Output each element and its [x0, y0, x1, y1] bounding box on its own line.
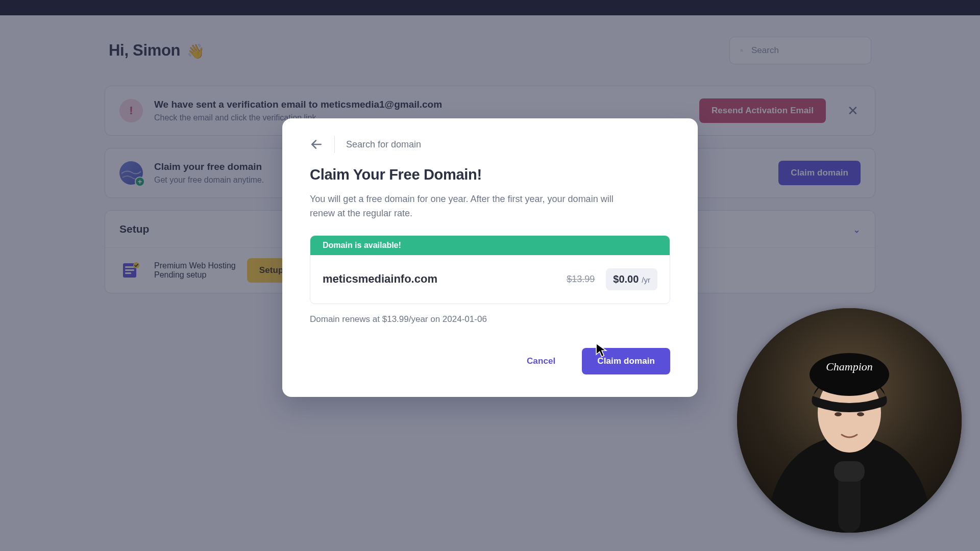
domain-result-card: Domain is available! meticsmediainfo.com… [310, 235, 670, 304]
webcam-overlay: Champion [737, 308, 962, 533]
confirm-claim-button[interactable]: Claim domain [582, 348, 670, 374]
cancel-button[interactable]: Cancel [514, 349, 568, 373]
svg-point-14 [835, 412, 842, 416]
renewal-note: Domain renews at $13.99/year on 2024-01-… [310, 314, 670, 324]
svg-point-15 [857, 412, 864, 416]
price-discounted: $0.00 /yr [606, 268, 657, 290]
modal-description: You will get a free domain for one year.… [310, 192, 636, 221]
modal-context-label: Search for domain [346, 139, 421, 150]
claim-domain-modal: Search for domain Claim Your Free Domain… [282, 118, 698, 397]
modal-title: Claim Your Free Domain! [310, 166, 670, 183]
price-period: /yr [642, 276, 650, 284]
svg-point-11 [810, 353, 889, 396]
price-value: $0.00 [613, 273, 639, 285]
availability-banner: Domain is available! [310, 236, 670, 255]
divider [334, 136, 335, 153]
cap-brand-text: Champion [826, 360, 873, 373]
svg-rect-13 [834, 461, 865, 482]
back-arrow-icon[interactable] [310, 138, 323, 151]
price-original: $13.99 [567, 274, 595, 285]
domain-name: meticsmediainfo.com [323, 272, 437, 286]
